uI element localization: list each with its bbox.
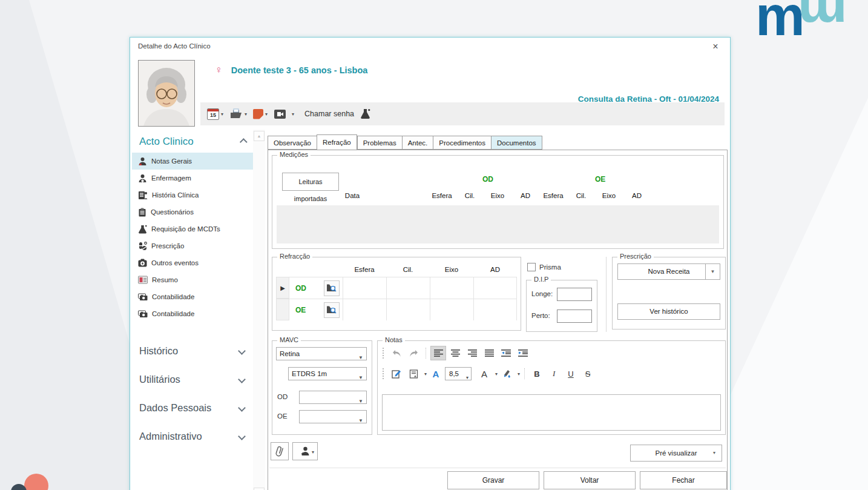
tag-icon	[253, 109, 263, 119]
perto-input[interactable]	[557, 310, 592, 323]
sidebar-section-utilitarios[interactable]: Utilitários	[132, 365, 253, 394]
sidebar-item-resumo[interactable]: Resumo	[132, 271, 253, 288]
tab-observacao[interactable]: Observação	[268, 136, 317, 150]
mavc-chart-select[interactable]: ETDRS 1m ▼	[288, 367, 367, 380]
mavc-oe-select[interactable]: ▼	[299, 410, 367, 423]
mavc-od-select[interactable]: ▼	[299, 391, 367, 404]
row-selector[interactable]	[276, 299, 289, 320]
sidebar-item-historia-clinica[interactable]: História Clínica	[132, 187, 253, 204]
scroll-up-icon[interactable]: ▲	[254, 131, 265, 141]
tab-procedimentos[interactable]: Procedimentos	[433, 136, 491, 150]
dropdown-caret: ▾	[466, 372, 469, 384]
oe-ad-cell[interactable]	[473, 299, 517, 320]
pre-visualizar-button[interactable]: Pré visualizar ▾	[630, 445, 722, 462]
sidebar-section-dados-pessoais[interactable]: Dados Pessoais	[132, 394, 253, 422]
chevron-down-icon	[238, 404, 246, 412]
close-icon[interactable]: ×	[709, 41, 722, 53]
notas-toolbar-row2: ▾ A 8,5 ▾ A ▾ ▾ B I U S	[380, 365, 722, 382]
content-scrollbar[interactable]: ▲ ▼	[253, 130, 265, 490]
oe-row-label: OE	[289, 299, 321, 320]
dropdown-caret[interactable]: ▾	[424, 371, 427, 377]
mavc-scale-select[interactable]: Retina ▼	[276, 347, 367, 360]
dropdown-caret[interactable]: ▾	[518, 371, 520, 377]
dropdown-caret[interactable]: ▼	[705, 264, 720, 279]
align-right-icon[interactable]	[464, 346, 480, 360]
align-justify-icon[interactable]	[481, 346, 497, 360]
bold-button[interactable]: B	[529, 366, 545, 381]
font-color-icon[interactable]: A	[476, 366, 492, 381]
medicoes-header: Leituras importadas OD OE Data Esfera Ci…	[277, 163, 719, 205]
redo-icon[interactable]	[406, 346, 421, 360]
sidebar-item-requisicao-mcdts[interactable]: Requisição de MCDTs	[132, 220, 253, 237]
undo-icon[interactable]	[389, 346, 404, 360]
sidebar-item-notas-gerais[interactable]: Notas Gerais	[132, 153, 253, 170]
prisma-field[interactable]: Prisma	[527, 263, 561, 271]
voltar-button[interactable]: Voltar	[544, 471, 636, 489]
import-reading-button[interactable]	[324, 280, 340, 296]
indent-decrease-icon[interactable]	[498, 346, 514, 360]
row-selector[interactable]: ▶	[276, 277, 289, 299]
align-left-icon[interactable]	[430, 346, 446, 360]
leituras-importadas-button[interactable]: Leituras importadas	[282, 173, 339, 191]
sidebar-item-contabilidade-1[interactable]: Contabilidade	[132, 288, 253, 305]
sidebar-item-prescricao[interactable]: Prescrição	[132, 237, 253, 254]
sidebar-item-contabilidade-2[interactable]: Contabilidade	[132, 305, 253, 322]
print-button[interactable]: ▾	[228, 105, 249, 122]
oe-cil-cell[interactable]	[386, 299, 430, 320]
medicoes-empty-grid[interactable]	[277, 205, 719, 243]
import-reading-button[interactable]	[324, 302, 340, 318]
indent-increase-icon[interactable]	[515, 346, 531, 360]
chamar-senha-button[interactable]: Chamar senha	[304, 110, 354, 118]
toolbar-separator	[524, 368, 525, 379]
dropdown-caret[interactable]: ▾	[707, 445, 722, 461]
sidebar: Acto Clinico Notas Gerais Enfermagem	[132, 130, 253, 490]
sidebar-item-outros-eventos[interactable]: Outros eventos	[132, 254, 253, 271]
oe-eixo-cell[interactable]	[430, 299, 473, 320]
dialog-titlebar[interactable]: Detalhe do Acto Clínico ×	[130, 38, 730, 56]
oe-esfera-cell[interactable]	[343, 299, 386, 320]
prisma-checkbox[interactable]	[527, 263, 536, 271]
sidebar-section-acto-clinico[interactable]: Acto Clinico	[132, 130, 253, 153]
fechar-button[interactable]: Fechar	[640, 471, 727, 489]
tab-documentos[interactable]: Documentos	[491, 136, 542, 150]
medicoes-groupbox: Medições Leituras importadas OD OE Data …	[272, 155, 724, 249]
ver-historico-button[interactable]: Ver histórico	[617, 303, 720, 320]
font-size-select[interactable]: 8,5 ▾	[445, 367, 472, 380]
pills-icon	[138, 242, 147, 251]
attachment-button[interactable]	[271, 442, 289, 460]
tab-antec[interactable]: Antec.	[402, 136, 433, 150]
insert-template-icon[interactable]	[406, 366, 421, 381]
sidebar-section-administrativo[interactable]: Administrativo	[132, 422, 253, 451]
gravar-button[interactable]: Gravar	[447, 471, 539, 489]
tab-problemas[interactable]: Problemas	[357, 136, 402, 150]
summary-icon	[138, 276, 148, 284]
nova-receita-button[interactable]: Nova Receita ▼	[617, 263, 720, 280]
tag-button[interactable]: ▾	[251, 105, 269, 122]
divider	[269, 468, 726, 468]
stamp-user-button[interactable]: ▾	[292, 442, 318, 460]
sidebar-item-enfermagem[interactable]: Enfermagem	[132, 170, 253, 187]
user-stamp-icon	[301, 446, 310, 456]
dropdown-caret: ▾	[292, 111, 294, 117]
longe-input[interactable]	[557, 288, 592, 301]
flask-icon[interactable]	[360, 108, 370, 120]
od-esfera-cell[interactable]	[343, 277, 386, 299]
sidebar-item-questionarios[interactable]: Questionários	[132, 204, 253, 220]
sidebar-section-historico[interactable]: Histórico	[132, 337, 253, 365]
video-call-button[interactable]: ▾	[272, 105, 296, 122]
highlight-icon[interactable]	[499, 366, 515, 381]
dropdown-caret[interactable]: ▾	[495, 371, 498, 377]
od-eixo-cell[interactable]	[430, 277, 473, 299]
od-ad-cell[interactable]	[473, 277, 517, 299]
italic-button[interactable]: I	[546, 366, 562, 381]
calendar-button[interactable]: 15 ▾	[205, 105, 225, 122]
od-cil-cell[interactable]	[386, 277, 430, 299]
underline-button[interactable]: U	[563, 366, 579, 381]
strikethrough-button[interactable]: S	[580, 366, 596, 381]
tab-refracao[interactable]: Refração	[317, 134, 357, 150]
edit-template-icon[interactable]	[389, 366, 404, 381]
font-icon[interactable]: A	[428, 366, 444, 381]
scroll-down-icon[interactable]: ▼	[254, 488, 265, 490]
align-center-icon[interactable]	[447, 346, 463, 360]
notas-textarea[interactable]	[382, 394, 721, 431]
